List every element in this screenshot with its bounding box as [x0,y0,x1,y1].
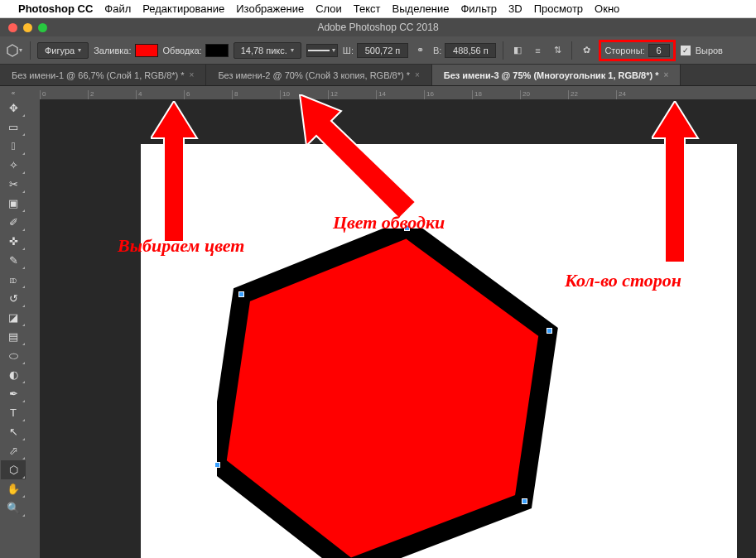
zoom-tool[interactable]: 🔍 [1,498,26,517]
frame-tool[interactable]: ▣ [1,194,26,213]
brush-tool[interactable]: ✎ [1,251,26,270]
ruler-mark: 6 [184,90,232,99]
path-alignment-icon[interactable]: ≡ [530,43,545,58]
transform-handle[interactable] [547,328,552,334]
flyout-indicator-icon [22,171,25,174]
close-window-button[interactable] [8,23,17,32]
svg-marker-4 [652,101,698,262]
divider [571,41,572,60]
width-field[interactable] [357,43,408,58]
flyout-indicator-icon [22,133,25,136]
flyout-indicator-icon [22,190,25,193]
type-tool[interactable]: T [1,403,26,422]
chevron-down-icon: ▾ [78,46,81,54]
path-select-tool[interactable]: ↖ [1,422,26,441]
stroke-color-swatch[interactable] [205,44,229,57]
flyout-indicator-icon [22,324,25,326]
menu-layers[interactable]: Слои [315,2,342,15]
close-tab-icon[interactable]: × [415,70,420,79]
annotation-stroke-text: Цвет обводки [333,212,445,233]
annotation-arrow [151,101,209,242]
stroke-label: Обводка: [163,46,202,55]
dodge-tool[interactable]: ◐ [1,365,26,384]
eyedropper-tool[interactable]: ✐ [1,213,26,232]
window-controls [8,23,47,32]
align-edges-checkbox[interactable]: ✓ [681,46,691,55]
flyout-indicator-icon [22,495,25,498]
transform-handle[interactable] [522,498,527,504]
close-tab-icon[interactable]: × [190,70,195,79]
chevron-down-icon: ▾ [291,46,294,54]
height-label: В: [433,46,441,55]
flyout-indicator-icon [22,114,25,117]
ruler-mark: 8 [232,90,280,99]
gradient-tool[interactable]: ▤ [1,327,26,346]
tab-label: Без имени-3 @ 75% (Многоугольник 1, RGB/… [444,70,659,80]
current-tool-icon[interactable]: ▾ [5,41,23,60]
pen-tool[interactable]: ✒ [1,384,26,403]
document-tab[interactable]: Без имени-2 @ 70% (Слой 3 копия, RGB/8*)… [206,65,431,85]
history-brush-tool[interactable]: ↺ [1,289,26,308]
healing-brush-tool[interactable]: ✜ [1,232,26,251]
maximize-window-button[interactable] [38,23,47,32]
path-operations-icon[interactable]: ◧ [510,43,525,58]
menu-window[interactable]: Окно [595,2,619,15]
polygon-tool[interactable]: ⬡ [1,460,26,479]
app-name[interactable]: Photoshop CC [18,2,93,15]
crop-tool[interactable]: ✂ [1,175,26,194]
menu-3d[interactable]: 3D [508,2,522,15]
flyout-indicator-icon [22,267,25,269]
fill-color-swatch[interactable] [135,44,158,57]
hand-tool[interactable]: ✋ [1,479,26,498]
collapse-tools-icon[interactable]: « [12,89,15,97]
workspace: « ✥▭𓍯✧✂▣✐✜✎⎄↺◪▤⬭◐✒T↖⬀⬡✋🔍 024681012141618… [0,86,756,558]
lasso-tool[interactable]: 𓍯 [1,137,26,156]
menu-filter[interactable]: Фильтр [460,2,497,15]
document-tab[interactable]: Без имени-1 @ 66,7% (Слой 1, RGB/8*) * × [0,65,206,85]
svg-marker-2 [151,101,197,242]
ruler-corner [26,86,40,99]
polygon-shape[interactable] [217,228,565,558]
ruler-mark: 4 [136,90,184,99]
sides-field[interactable] [648,44,670,57]
flyout-indicator-icon [22,514,25,517]
menu-file[interactable]: Файл [104,2,131,15]
stroke-style-dropdown[interactable]: ▾ [306,44,338,57]
move-tool[interactable]: ✥ [1,99,26,118]
menu-view[interactable]: Просмотр [534,2,583,15]
document-tab[interactable]: Без имени-3 @ 75% (Многоугольник 1, RGB/… [432,65,681,85]
magic-wand-tool[interactable]: ✧ [1,156,26,175]
transform-handle[interactable] [238,291,244,297]
minimize-window-button[interactable] [23,23,32,32]
flyout-indicator-icon [22,362,25,364]
annotation-fill-text: Выбираем цвет [118,235,244,257]
stroke-width-field[interactable]: 14,78 пикс. ▾ [234,42,301,59]
width-label: Ш: [343,46,354,55]
menu-text[interactable]: Текст [354,2,381,15]
link-dimensions-icon[interactable]: ⚭ [413,43,428,58]
ruler-mark: 0 [40,90,88,99]
flyout-indicator-icon [22,419,25,421]
options-bar: ▾ Фигура ▾ Заливка: Обводка: 14,78 пикс.… [0,36,756,65]
menu-edit[interactable]: Редактирование [142,2,224,15]
flyout-indicator-icon [22,343,25,345]
window-titlebar: Adobe Photoshop CC 2018 [0,18,756,36]
eraser-tool[interactable]: ◪ [1,308,26,327]
clone-stamp-tool[interactable]: ⎄ [1,270,26,289]
transform-handle[interactable] [214,462,220,468]
menu-select[interactable]: Выделение [392,2,450,15]
canvas-area: 024681012141618202224 Выбираем цвет Цвет… [26,86,756,558]
annotation-arrow [291,94,416,227]
tools-panel: « ✥▭𓍯✧✂▣✐✜✎⎄↺◪▤⬭◐✒T↖⬀⬡✋🔍 [0,86,26,558]
close-tab-icon[interactable]: × [663,70,668,79]
path-arrangement-icon[interactable]: ⇅ [550,43,565,58]
shape-mode-dropdown[interactable]: Фигура ▾ [37,42,89,59]
blur-tool[interactable]: ⬭ [1,346,26,365]
gear-icon[interactable]: ✿ [579,43,594,58]
menu-image[interactable]: Изображение [236,2,304,15]
annotation-sides-text: Кол-во сторон [565,270,681,291]
marquee-tool[interactable]: ▭ [1,118,26,137]
direct-select-tool[interactable]: ⬀ [1,441,26,460]
height-field[interactable] [445,43,496,58]
ruler-mark: 20 [520,90,568,99]
